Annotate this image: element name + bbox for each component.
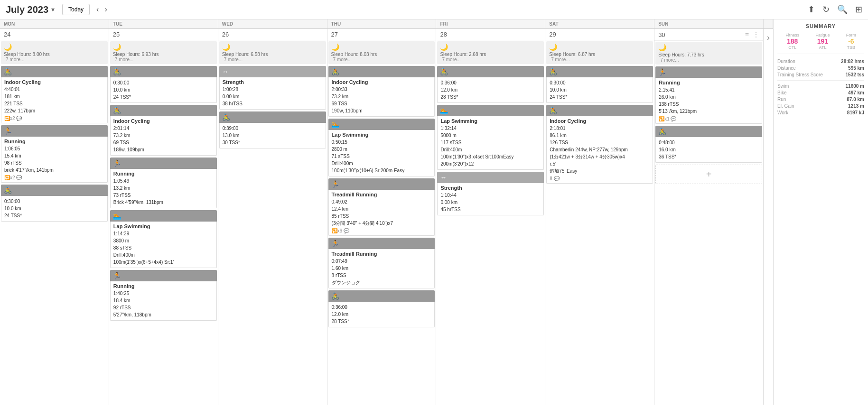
fitness-sub: CTL (785, 45, 799, 50)
act-meta-24b: 1:06:0515.4 km98 rTSSbrick 4'17"/km, 141… (4, 145, 104, 174)
cycling-icon-29a: 🚴 (549, 68, 557, 75)
act-meta-24c: 0:30:0010.0 km24 TSS* (4, 198, 104, 219)
activity-swimming-25d[interactable]: 🏊 Lap Swimming 1:14:393800 m88 sTSSDrill… (110, 210, 217, 268)
act-body-27a: Indoor Cycling 2:00:3373.2 km69 TSS190w,… (328, 77, 435, 117)
stat-work-value: 8197 kJ (847, 110, 864, 115)
hamburger-icon-30[interactable]: ≡ (745, 31, 749, 38)
settings-icon[interactable]: ⊞ (855, 4, 862, 15)
act-meta-28b: 1:32:145000 m117 sTSSDrill:400m100m(1'30… (440, 125, 541, 167)
activity-cycling-26b[interactable]: 🚴 0:39:0013.0 km30 TSS* (219, 111, 326, 148)
act-meta-25d: 1:14:393800 m88 sTSSDrill:400m100m(1'35"… (113, 230, 214, 266)
act-footer-27c: 🔁x6 💬 (332, 228, 432, 233)
act-body-30b: 0:48:0016.0 km36 TSS* (655, 137, 762, 163)
activity-running-27c[interactable]: 🏃 Treadmill Running 0:49:0212.4 km85 rTS… (328, 178, 435, 236)
activity-cycling-27a[interactable]: 🚴 Indoor Cycling 2:00:3373.2 km69 TSS190… (328, 66, 435, 117)
act-title-25b: Indoor Cycling (113, 118, 214, 124)
day-number-30: 30 (658, 31, 665, 38)
more-link-27[interactable]: 7 more... (333, 57, 352, 62)
act-body-24b: Running 1:06:0515.4 km98 rTSSbrick 4'17"… (1, 137, 108, 183)
act-meta-25e: 1:40:2518.4 km92 rTSS5'27"/km, 118bpm (113, 290, 214, 318)
activity-cycling-25b[interactable]: 🚴 Indoor Cycling 2:01:1473.2 km69 TSS188… (110, 105, 217, 156)
form-label: Form (846, 33, 856, 37)
act-header-25c: 🏃 (110, 158, 217, 169)
week-arrow[interactable]: › (767, 33, 770, 43)
dots-icon-30[interactable]: ⋮ (753, 31, 759, 38)
next-button[interactable]: › (102, 4, 110, 15)
search-icon[interactable]: 🔍 (837, 4, 848, 15)
stat-tss: Training Stress Score 1532 tss (777, 72, 864, 77)
act-meta-26b: 0:39:0013.0 km30 TSS* (223, 125, 323, 146)
stat-run-label: Run (777, 97, 786, 102)
sleep-block-29: 🌙 Sleep Hours: 6.87 hrs 7 more... (546, 41, 653, 64)
cycling-icon-25b: 🚴 (113, 107, 121, 114)
swimming-icon-27b: 🏊 (331, 121, 339, 128)
act-header-24b: 🏃 (1, 125, 108, 137)
sleep-icon-27: 🌙 (331, 43, 432, 51)
calendar-container: MON TUE WED THU FRI SAT SUN 24 🌙 Sleep H… (0, 19, 868, 405)
act-title-30a: Running (659, 80, 759, 85)
act-meta-26a: 1:00:280.00 km38 hrTSS (223, 86, 323, 107)
activity-swimming-28b[interactable]: 🏊 Lap Swimming 1:32:145000 m117 sTSSDril… (437, 105, 544, 170)
day-col-24: 24 🌙 Sleep Hours: 8.00 hrs 7 more... 🚴 I… (0, 29, 109, 405)
calendar-main: MON TUE WED THU FRI SAT SUN 24 🌙 Sleep H… (0, 19, 773, 405)
activity-cycling-24c[interactable]: 🚴 0:30:0010.0 km24 TSS* (1, 185, 108, 222)
sleep-block-27: 🌙 Sleep Hours: 8.03 hrs 7 more... (328, 41, 435, 64)
act-meta-29a: 0:30:0010.0 km24 TSS* (550, 79, 650, 101)
activity-running-25c[interactable]: 🏃 Running 1:05:4913.2 km73 rTSSBrick 4'5… (110, 158, 217, 208)
dropdown-icon[interactable]: ▾ (51, 6, 55, 13)
activity-cycling-28a[interactable]: 🚴 0:36:0012.0 km28 TSS* (437, 66, 544, 103)
act-title-25e: Running (113, 283, 214, 289)
day-header-sat: SAT (545, 19, 654, 28)
today-button[interactable]: Today (62, 4, 90, 15)
more-link-24[interactable]: 7 more... (6, 57, 24, 62)
activity-cycling-27e[interactable]: 🚴 0:36:0012.0 km28 TSS* (328, 290, 435, 327)
act-body-25d: Lap Swimming 1:14:393800 m88 sTSSDrill:4… (110, 222, 217, 268)
sleep-block-28: 🌙 Sleep Hours: 2.68 hrs 7 more... (437, 41, 544, 64)
activity-cycling-29a[interactable]: 🚴 0:30:0010.0 km24 TSS* (546, 66, 653, 103)
add-activity-button-30[interactable]: + (655, 165, 762, 184)
activity-strength-28c[interactable]: ↔ Strength 1:10:440.00 km45 hrTSS (437, 172, 544, 215)
activity-running-27d[interactable]: 🏃 Treadmill Running 0:07:491.60 km8 rTSS… (328, 238, 435, 288)
act-title-27c: Treadmill Running (332, 192, 432, 197)
act-footer-24a: 🔁x2 💬 (4, 116, 104, 121)
stat-run: Run 87.0 km (777, 97, 864, 102)
act-body-25a: 0:30:0010.0 km24 TSS* (110, 77, 217, 103)
cycling-icon-28a: 🚴 (440, 68, 448, 75)
activity-strength-26a[interactable]: ↔ Strength 1:00:280.00 km38 hrTSS (219, 66, 326, 110)
activity-running-24b[interactable]: 🏃 Running 1:06:0515.4 km98 rTSSbrick 4'1… (1, 125, 108, 183)
act-header-29b: 🚴 (546, 105, 653, 116)
act-footer-30a: 🔁x1 💬 (659, 116, 759, 121)
running-icon-27c: 🏃 (331, 180, 339, 188)
activity-cycling-24a[interactable]: 🚴 Indoor Cycling 4:40:01181 km221 TSS222… (1, 66, 108, 123)
more-link-30[interactable]: 7 more... (660, 57, 679, 63)
activity-cycling-30b[interactable]: 🚴 0:48:0016.0 km36 TSS* (655, 126, 762, 163)
day-number-24: 24 (0, 29, 109, 40)
form-metric: Form -6 TSB (846, 33, 856, 50)
fatigue-metric: Fatigue 191 ATL (815, 33, 830, 50)
day-col-26: 26 🌙 Sleep Hours: 6.58 hrs 7 more... ↔ S… (218, 29, 327, 405)
stat-distance: Distance 595 km (777, 65, 864, 71)
act-header-26a: ↔ (219, 66, 326, 77)
fatigue-value: 191 (815, 37, 830, 45)
act-title-25d: Lap Swimming (113, 223, 214, 229)
cycling-icon-27a: 🚴 (331, 68, 339, 75)
fitness-label: Fitness (785, 33, 799, 37)
prev-button[interactable]: ‹ (93, 4, 102, 15)
act-title-27a: Indoor Cycling (332, 79, 432, 85)
more-link-28[interactable]: 7 more... (442, 57, 460, 62)
more-link-29[interactable]: 7 more... (551, 57, 569, 62)
activity-swimming-27b[interactable]: 🏊 Lap Swimming 0:50:152800 m71 sTSSDrill… (328, 119, 435, 176)
form-value: -6 (846, 37, 856, 45)
act-body-29b: Indoor Cycling 2:18:0186.1 km126 TSSCham… (546, 116, 653, 184)
day-header-tue: TUE (109, 19, 218, 28)
activity-running-25e[interactable]: 🏃 Running 1:40:2518.4 km92 rTSS5'27"/km,… (110, 270, 217, 321)
act-meta-25c: 1:05:4913.2 km73 rTSSBrick 4'59"/km, 131… (113, 177, 214, 206)
refresh-icon[interactable]: ↻ (822, 4, 830, 15)
activity-cycling-25a[interactable]: 🚴 0:30:0010.0 km24 TSS* (110, 66, 217, 103)
activity-cycling-29b[interactable]: 🚴 Indoor Cycling 2:18:0186.1 km126 TSSCh… (546, 105, 653, 184)
more-link-25[interactable]: 7 more... (115, 57, 133, 62)
activity-running-30a[interactable]: 🏃 Running 2:15:4126.0 km138 rTSS5'13"/km… (655, 66, 762, 124)
upload-icon[interactable]: ⬆ (808, 4, 815, 15)
cycling-icon-30b: 🚴 (658, 128, 666, 135)
more-link-26[interactable]: 7 more... (224, 57, 243, 62)
